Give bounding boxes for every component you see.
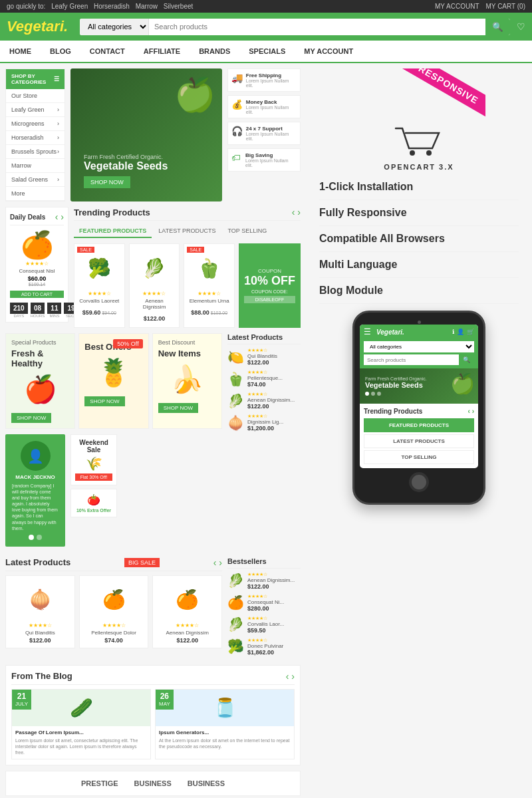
service-moneyback: 💰 Money Back Lorem Ipsum Nullam elit. [227, 95, 301, 118]
phone-tab-latest[interactable]: LATEST PRODUCTS [364, 434, 474, 448]
special-shopnow-0[interactable]: SHOP NOW [11, 413, 51, 423]
brand-2[interactable]: BUSINESS [182, 777, 230, 790]
deal-old-price: $100.14 [10, 282, 64, 287]
cart-link[interactable]: MY CART (0) [486, 3, 525, 10]
category-select[interactable]: All categories [80, 19, 149, 35]
bestsellers-sidebar: Bestsellers 🥬 ★★★★☆ Aenean Dignissim... … [227, 557, 301, 660]
dot-inactive [37, 535, 42, 540]
blog-date-1: 26 MAY [156, 690, 174, 710]
sidebar-item-brussels[interactable]: Brussels Sprouts› [6, 145, 65, 159]
phone-menu-icon[interactable]: ☰ [364, 327, 371, 336]
phone-mockup: ☰ Vegetari. ℹ 👤 🛒 All categories [352, 311, 485, 505]
wishlist-icon[interactable]: ♡ [517, 21, 525, 32]
testimonial-block: 👤 MACK JECKNO [random Company] I will de… [5, 434, 222, 547]
sale-badge-0: SALE [77, 247, 94, 253]
special-shopnow-2[interactable]: SHOP NOW [158, 403, 198, 413]
phone-search-row: 🔍 [364, 354, 474, 365]
main-content-area: Special Products Fresh & Healthy 🍎 SHOP … [5, 333, 222, 552]
svg-point-0 [410, 150, 415, 156]
nav-brands[interactable]: BRANDS [196, 41, 233, 62]
phone-dot [418, 321, 421, 324]
nav-blog[interactable]: BLOG [47, 41, 74, 62]
phone-search-input[interactable] [364, 354, 459, 365]
top-link-horseradish[interactable]: Horseradish [94, 3, 130, 10]
tab-featured[interactable]: FEATURED PRODUCTS [74, 225, 152, 238]
service-title-2: 24 x 7 Support [246, 126, 297, 132]
phone-user-icon[interactable]: 👤 [457, 329, 464, 335]
latest-products-row: 🧅 ★★★★☆ Qui Blanditis $122.00 🍊 ★★★★☆ Pe… [5, 575, 222, 648]
phone-tab-featured[interactable]: FEATURED PRODUCTS [364, 418, 474, 432]
top-link-leafy[interactable]: Leafy Green [51, 3, 88, 10]
deal-add-to-cart-button[interactable]: ADD TO CART [10, 291, 64, 298]
phone-logo: Vegetari. [376, 329, 404, 336]
nav-specials[interactable]: SPECIALS [246, 41, 288, 62]
tab-top-selling[interactable]: TOP SELLING [223, 225, 273, 238]
latest-nav[interactable]: ‹ › [213, 557, 222, 568]
bestseller-item-2: 🥬 ★★★★☆ Corvallis Laor... $59.50 [227, 616, 301, 634]
daily-deals-title: Daily Deals [10, 213, 45, 221]
sidebar-item-marrow[interactable]: Marrow [6, 159, 65, 173]
phone-cart-icon[interactable]: 🛒 [467, 329, 474, 335]
special-products-row: Special Products Fresh & Healthy 🍎 SHOP … [5, 333, 222, 429]
product-card-0: SALE 🥦 ★★★★☆ Corvallis Laoreet $59.60$94… [74, 243, 125, 328]
service-desc-3: Lorem Ipsum Nullam elit. [245, 158, 297, 168]
special-shopnow-1[interactable]: SHOP NOW [84, 396, 124, 406]
latest-right-item-3: 🧅 ★★★★☆ Dignissim Lig... $1,200.00 [227, 414, 301, 432]
countdown-days: 210 DAYS [10, 303, 28, 318]
top-link-marrow[interactable]: Marrow [136, 3, 158, 10]
top-link-silverbeet[interactable]: Silverbeet [164, 3, 193, 10]
sidebar-item-microgreens[interactable]: Microgreens› [6, 117, 65, 131]
sidebar-item-horseradish[interactable]: Horseradish› [6, 131, 65, 145]
sidebar-item-ourstore[interactable]: Our Store [6, 89, 65, 103]
my-account-link[interactable]: MY ACCOUNT [435, 3, 479, 10]
sidebar-item-saladgreens[interactable]: Salad Greens› [6, 173, 65, 187]
nav-affiliate[interactable]: AFFILIATE [141, 41, 183, 62]
phone-category-select[interactable]: All categories [364, 341, 474, 352]
daily-deals-nav[interactable]: ‹ › [55, 211, 64, 222]
bigsaving-icon: 🏷 [231, 152, 242, 163]
bestsellers-title: Bestsellers [227, 557, 267, 565]
brand-0[interactable]: PRESTIGE [76, 777, 124, 790]
trending-nav[interactable]: ‹ › [292, 207, 301, 217]
phone-section-nav[interactable]: ‹ › [468, 408, 474, 415]
blog-title-0: Passage Of Lorem Ipsum... [15, 730, 147, 735]
bestseller-item-3: 🥦 ★★★★☆ Donec Pulvinar $1,862.00 [227, 638, 301, 656]
feature-1: Fully Responsive [319, 200, 519, 226]
sidebar-menu-icon: ☰ [54, 76, 59, 82]
phone-tabs: FEATURED PRODUCTS LATEST PRODUCTS TOP SE… [364, 418, 474, 464]
brand-1[interactable]: BUSINESS [129, 777, 177, 790]
phone-search-area: All categories 🔍 [360, 339, 478, 368]
phone-notch [360, 319, 478, 325]
phone-tab-top-selling[interactable]: TOP SELLING [364, 450, 474, 464]
nav-home[interactable]: HOME [7, 41, 34, 62]
blog-nav[interactable]: ‹ › [286, 671, 295, 682]
search-input[interactable] [149, 19, 485, 35]
nav-myaccount[interactable]: MY ACCOUNT [301, 41, 356, 62]
phone-home-button[interactable] [409, 472, 429, 492]
logo[interactable]: Vegetari. [7, 18, 73, 35]
special-fresh: Special Products Fresh & Healthy 🍎 SHOP … [5, 333, 75, 429]
latest-bestsellers-row: Latest Products BIG SALE ‹ › 🧅 ★★★★☆ Qui… [5, 557, 301, 660]
hero-subtitle: Farm Fresh Certified Organic. [84, 154, 209, 160]
hero-shop-now-button[interactable]: SHOP NOW [84, 176, 130, 188]
tab-latest[interactable]: LATEST PRODUCTS [153, 225, 221, 238]
search-button[interactable]: 🔍 [485, 19, 510, 35]
promo-banners: Weekend Sale 🌾 Flat 30% Off! 🍅 10% Extra… [70, 434, 117, 547]
phone-search-button[interactable]: 🔍 [459, 354, 474, 365]
phone-info-icon[interactable]: ℹ [452, 329, 454, 335]
nav-contact[interactable]: CONTACT [87, 41, 128, 62]
responsive-badge-container: RESPONSIVE [352, 68, 485, 118]
testimonial-name: MACK JECKNO [12, 474, 59, 480]
sidebar-item-leafygreen[interactable]: Leafy Green› [6, 103, 65, 117]
category-sidebar: SHOP BY CATEGORIES ☰ Our Store Leafy Gre… [5, 68, 65, 201]
service-shipping: 🚚 Free Shipping Lorem Ipsum Nullam elit. [227, 68, 301, 92]
deal-product-img: 🍊 [10, 229, 64, 261]
phone-header: ☰ Vegetari. ℹ 👤 🛒 [360, 325, 478, 339]
goto-label: go quickly to: [7, 3, 45, 10]
service-desc-1: Lorem Ipsum Nullam elit. [246, 105, 297, 114]
cart-icon [384, 125, 454, 163]
hero-title: Vegetable Seeds [84, 160, 209, 172]
special-title-0: Fresh & Healthy [11, 348, 69, 368]
sidebar-item-more[interactable]: More [6, 187, 65, 201]
feature-3: Multi Language [319, 252, 519, 278]
